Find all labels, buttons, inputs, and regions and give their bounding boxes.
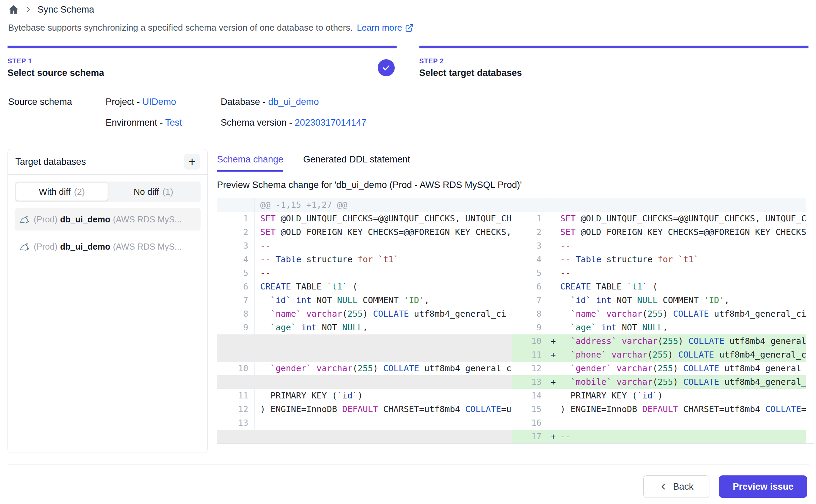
diff-right-line-number: 4 [512, 253, 548, 266]
tab-generated-ddl[interactable]: Generated DDL statement [303, 154, 410, 172]
diff-left-code [255, 430, 512, 443]
diff-scrollbar-track[interactable] [806, 403, 814, 416]
tab-no-diff[interactable]: No diff(1) [108, 183, 199, 201]
diff-add-marker: + [551, 334, 560, 348]
project-link[interactable]: UIDemo [142, 97, 176, 107]
diff-filter-tabs: With diff(2) No diff(1) [15, 182, 201, 202]
diff-left-line-number: 7 [217, 294, 255, 307]
diff-left-code: -- Table structure for `t1` [255, 253, 512, 266]
diff-right-line-number: 2 [512, 225, 548, 239]
diff-right-line-number: 9 [512, 321, 548, 334]
diff-row: 9 `age` int NOT NULL,9 `age` int NOT NUL… [217, 321, 814, 334]
target-database-list: (Prod)db_ui_demo(AWS RDS MyS...(Prod)db_… [15, 208, 201, 258]
target-databases-panel: Target databases + With diff(2) No diff(… [7, 149, 208, 453]
diff-row: 4-- Table structure for `t1`4 -- Table s… [217, 253, 814, 266]
diff-scrollbar-track[interactable] [806, 321, 814, 334]
diff-scrollbar-track[interactable] [806, 212, 814, 225]
diff-left-code: SET @OLD_FOREIGN_KEY_CHECKS=@@FOREIGN_KE… [255, 225, 512, 239]
db-name: db_ui_demo [60, 242, 110, 252]
diff-row: 11+ `phone` varchar(255) COLLATE utf8mb4… [217, 348, 814, 362]
diff-right-line-number: 14 [512, 389, 548, 403]
tab-with-diff[interactable]: With diff(2) [16, 183, 108, 201]
learn-more-link[interactable]: Learn more [357, 22, 414, 33]
diff-left-line-number: 8 [217, 307, 255, 321]
step-2-label: STEP 2 [419, 57, 522, 65]
diff-right-line-number: 8 [512, 307, 548, 321]
tab-schema-change[interactable]: Schema change [217, 154, 283, 172]
diff-left-line-number: 5 [217, 266, 255, 280]
diff-scrollbar-track[interactable] [806, 416, 814, 430]
diff-left-code: -- [255, 266, 512, 280]
diff-right-code: `gender` varchar(255) COLLATE utf8mb4_ge… [548, 362, 806, 375]
add-target-database-button[interactable]: + [184, 154, 200, 170]
diff-left-line-number: 2 [217, 225, 255, 239]
diff-right-line-number: 1 [512, 212, 548, 225]
environment-link[interactable]: Test [165, 117, 182, 128]
diff-left-code: PRIMARY KEY (`id`) [255, 389, 512, 403]
field-database: Database - db_ui_demo [221, 97, 366, 107]
diff-right-line-number: 17 [512, 430, 548, 443]
diff-row: 3--3 -- [217, 239, 814, 253]
diff-right-line-number: 16 [512, 416, 548, 430]
diff-row: 6CREATE TABLE `t1` (6 CREATE TABLE `t1` … [217, 280, 814, 294]
diff-left-code: `name` varchar(255) COLLATE utf8mb4_gene… [255, 307, 512, 321]
diff-row: 11 PRIMARY KEY (`id`)14 PRIMARY KEY (`id… [217, 389, 814, 403]
diff-scrollbar-track[interactable] [806, 334, 814, 348]
diff-right-code: SET @OLD_FOREIGN_KEY_CHECKS=@@FOREIGN_KE… [548, 225, 806, 239]
diff-scrollbar-track[interactable] [806, 375, 814, 389]
diff-add-marker [551, 416, 560, 430]
diff-right-line-number: 10 [512, 334, 548, 348]
diff-add-marker [551, 253, 560, 266]
target-database-item[interactable]: (Prod)db_ui_demo(AWS RDS MyS... [15, 208, 201, 231]
diff-scrollbar-track[interactable] [806, 253, 814, 266]
diff-scrollbar-track[interactable] [806, 198, 814, 212]
diff-right-code: + `address` varchar(255) COLLATE utf8mb4… [548, 334, 806, 348]
diff-add-marker [551, 294, 560, 307]
target-databases-title: Target databases [15, 157, 86, 167]
diff-scrollbar-track[interactable] [806, 280, 814, 294]
diff-right-code: -- [548, 239, 806, 253]
schema-diff-viewer[interactable]: @@ -1,15 +1,27 @@1SET @OLD_UNIQUE_CHECKS… [217, 198, 814, 444]
diff-scrollbar-track[interactable] [806, 307, 814, 321]
diff-left-code: CREATE TABLE `t1` ( [255, 280, 512, 294]
diff-scrollbar-track[interactable] [806, 362, 814, 375]
target-database-item[interactable]: (Prod)db_ui_demo(AWS RDS MyS... [15, 235, 201, 258]
database-link[interactable]: db_ui_demo [268, 97, 319, 107]
diff-add-marker: + [551, 375, 560, 389]
preview-tabs: Schema change Generated DDL statement [217, 149, 814, 172]
diff-scrollbar-track[interactable] [806, 430, 814, 443]
diff-scrollbar-track[interactable] [806, 225, 814, 239]
diff-right-line-number: 6 [512, 280, 548, 294]
diff-right-code [548, 416, 806, 430]
db-environment: (Prod) [34, 215, 57, 224]
diff-row: 10 `gender` varchar(255) COLLATE utf8mb4… [217, 362, 814, 375]
step-1-label: STEP 1 [7, 57, 104, 65]
diff-right-code: -- [548, 266, 806, 280]
diff-scrollbar-track[interactable] [806, 294, 814, 307]
diff-add-marker: + [551, 430, 560, 443]
diff-left-code [255, 416, 512, 430]
diff-right-code: +-- [548, 430, 806, 443]
diff-scrollbar-track[interactable] [806, 348, 814, 362]
step-2: STEP 2 Select target databases [419, 46, 809, 78]
diff-left-code [255, 334, 512, 348]
diff-left-line-number: 12 [217, 403, 255, 416]
footer-actions: Back Preview issue [643, 475, 807, 498]
schema-version-link[interactable]: 20230317014147 [295, 117, 366, 128]
diff-row: 8 `name` varchar(255) COLLATE utf8mb4_ge… [217, 307, 814, 321]
diff-left-line-number: 4 [217, 253, 255, 266]
back-button[interactable]: Back [643, 475, 709, 498]
page-description: Bytebase supports synchronizing a specif… [8, 22, 414, 33]
step-2-progress-bar [419, 46, 809, 48]
diff-scrollbar-track[interactable] [806, 266, 814, 280]
diff-row: 1316 [217, 416, 814, 430]
home-icon[interactable] [8, 4, 19, 15]
preview-issue-button[interactable]: Preview issue [719, 475, 807, 498]
diff-scrollbar-track[interactable] [806, 239, 814, 253]
diff-row: 12) ENGINE=InnoDB DEFAULT CHARSET=utf8mb… [217, 403, 814, 416]
diff-right-line-number: 11 [512, 348, 548, 362]
diff-left-code: -- [255, 239, 512, 253]
db-environment: (Prod) [34, 242, 57, 252]
diff-scrollbar-track[interactable] [806, 389, 814, 403]
step-2-title: Select target databases [419, 68, 522, 78]
